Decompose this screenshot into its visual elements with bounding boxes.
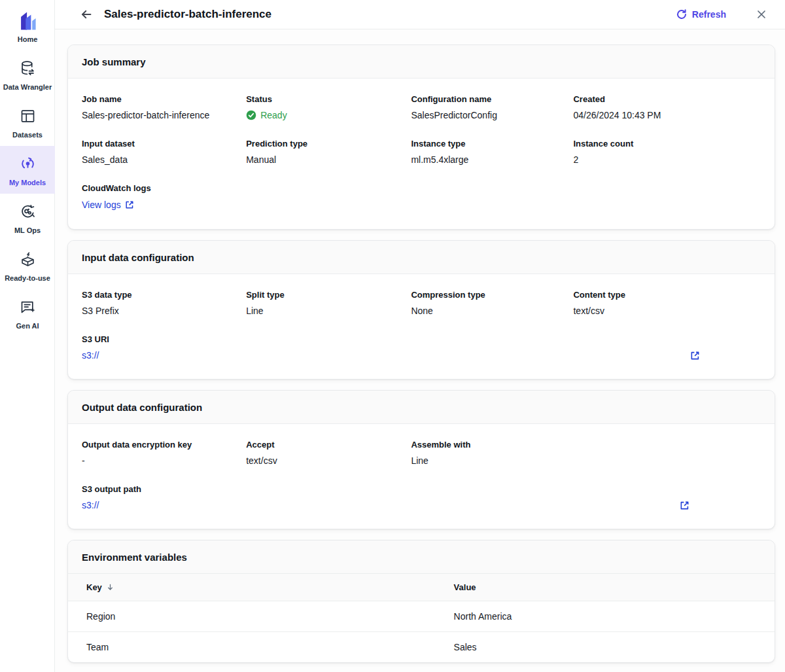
check-circle-icon: [246, 110, 256, 120]
card-title: Job summary: [82, 56, 761, 67]
field-content-type: Content type text/csv: [573, 290, 760, 316]
field-cloudwatch-logs: CloudWatch logs View logs: [82, 183, 761, 211]
sidebar-item-gen-ai[interactable]: Gen AI: [0, 289, 55, 337]
view-logs-link[interactable]: View logs: [82, 200, 134, 210]
job-summary-card: Job summary Job name Sales-predictor-bat…: [67, 44, 775, 230]
sidebar-item-label: Data Wrangler: [3, 83, 52, 92]
env-key-cell: Region: [68, 601, 436, 632]
page-title: Sales-predictor-batch-inference: [104, 8, 676, 21]
close-icon: [756, 9, 767, 20]
sidebar-item-label: ML Ops: [14, 226, 41, 235]
field-created: Created 04/26/2024 10:43 PM: [573, 94, 760, 120]
field-compression-type: Compression type None: [411, 290, 573, 316]
field-output-encryption-key: Output data encryption key -: [82, 440, 246, 466]
field-job-name: Job name Sales-predictor-batch-inference: [82, 94, 246, 120]
table-row: Region North America: [68, 601, 775, 632]
external-link-icon: [690, 351, 700, 361]
sidebar-item-ml-ops[interactable]: ML Ops: [0, 194, 55, 241]
field-input-dataset: Input dataset Sales_data: [82, 139, 246, 165]
environment-variables-table: Key Value: [68, 574, 775, 662]
output-data-configuration-card: Output data configuration Output data en…: [67, 390, 775, 529]
field-accept: Accept text/csv: [246, 440, 411, 466]
back-button[interactable]: [78, 7, 94, 22]
app-window: Home Data Wrangler: [0, 0, 785, 672]
sidebar-item-label: Datasets: [12, 131, 43, 139]
field-status: Status Ready: [246, 94, 411, 120]
env-vars-header: Environment variables: [68, 540, 775, 574]
sidebar-item-label: My Models: [9, 179, 46, 187]
field-s3-data-type: S3 data type S3 Prefix: [82, 290, 246, 316]
main-panel: Sales-predictor-batch-inference Refresh …: [55, 0, 785, 672]
field-instance-type: Instance type ml.m5.4xlarge: [411, 139, 573, 165]
top-bar: Sales-predictor-batch-inference Refresh: [55, 0, 785, 29]
box-lightning-icon: [19, 249, 37, 271]
sidebar-item-home[interactable]: Home: [0, 3, 55, 50]
sidebar-item-datasets[interactable]: Datasets: [0, 98, 55, 146]
job-summary-header: Job summary: [68, 45, 775, 79]
s3-uri-link[interactable]: s3://: [82, 350, 99, 361]
back-arrow-icon: [80, 8, 93, 21]
field-instance-count: Instance count 2: [573, 139, 760, 165]
field-split-type: Split type Line: [246, 290, 411, 316]
field-prediction-type: Prediction type Manual: [246, 139, 411, 165]
sidebar-item-label: Gen AI: [16, 322, 39, 330]
field-assemble-with: Assemble with Line: [411, 440, 573, 466]
s3-output-path-link[interactable]: s3://: [82, 500, 99, 510]
s3-output-external-link-button[interactable]: [680, 501, 689, 510]
status-badge: Ready: [246, 110, 411, 120]
output-config-header: Output data configuration: [68, 391, 775, 424]
close-button[interactable]: [755, 8, 768, 21]
sidebar-item-ready-to-use[interactable]: Ready-to-use: [0, 241, 55, 289]
column-header-value: Value: [436, 574, 775, 601]
refresh-label: Refresh: [692, 9, 726, 20]
input-config-header: Input data configuration: [68, 241, 775, 274]
sort-descending-icon: [106, 583, 114, 592]
field-empty: [573, 440, 760, 466]
s3-output-path-block: S3 output path s3://: [82, 484, 761, 510]
model-pin-refresh-icon: [19, 153, 37, 175]
gears-loop-icon: [19, 201, 37, 223]
column-header-key: Key: [68, 574, 436, 601]
env-key-cell: Team: [68, 632, 436, 663]
page-content: Job summary Job name Sales-predictor-bat…: [55, 29, 785, 672]
refresh-icon: [676, 9, 687, 20]
chat-sparkle-icon: [19, 296, 37, 319]
external-link-icon: [125, 200, 134, 209]
refresh-button[interactable]: Refresh: [676, 9, 726, 20]
canvas-logo-icon: [16, 10, 39, 32]
card-title: Input data configuration: [82, 252, 761, 263]
sidebar-item-my-models[interactable]: My Models: [0, 146, 55, 194]
env-value-cell: North America: [436, 601, 775, 632]
field-configuration-name: Configuration name SalesPredictorConfig: [411, 94, 573, 120]
table-row: Team Sales: [68, 632, 775, 663]
input-data-configuration-card: Input data configuration S3 data type S3…: [67, 240, 775, 380]
sidebar: Home Data Wrangler: [0, 0, 55, 672]
database-sync-icon: [19, 58, 37, 80]
env-value-cell: Sales: [436, 632, 775, 663]
sort-by-key-control[interactable]: Key: [86, 582, 114, 592]
environment-variables-card: Environment variables Key: [67, 540, 775, 663]
sidebar-item-data-wrangler[interactable]: Data Wrangler: [0, 50, 55, 98]
external-link-icon: [680, 501, 689, 510]
table-grid-icon: [19, 105, 37, 128]
card-title: Output data configuration: [82, 402, 761, 413]
s3-uri-external-link-button[interactable]: [690, 351, 700, 361]
card-title: Environment variables: [82, 552, 761, 563]
s3-uri-block: S3 URI s3://: [82, 334, 761, 361]
sidebar-item-label: Ready-to-use: [5, 274, 50, 283]
sidebar-item-label: Home: [18, 35, 38, 44]
